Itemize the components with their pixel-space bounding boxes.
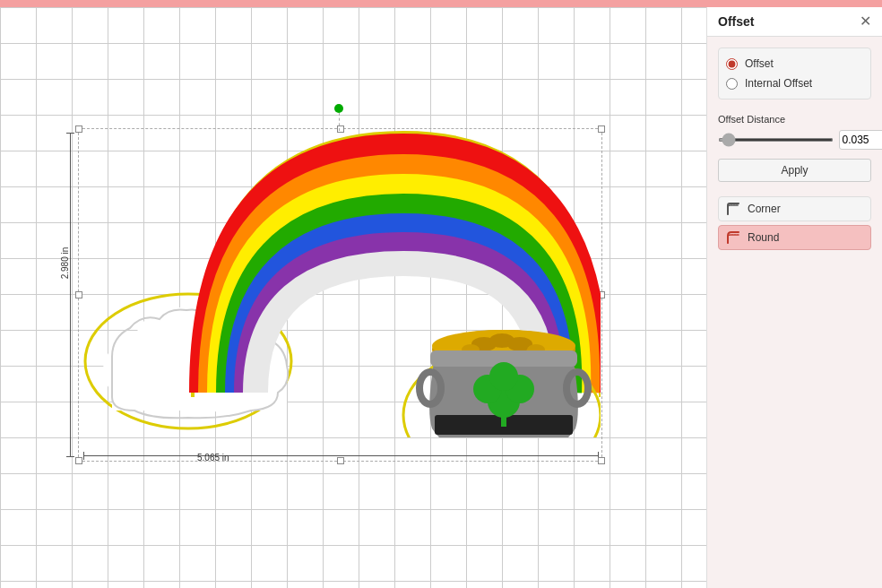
round-button[interactable]: Round: [718, 225, 871, 250]
close-button[interactable]: ✕: [860, 14, 871, 29]
corner-button-label: Corner: [748, 203, 781, 215]
distance-slider[interactable]: [718, 138, 834, 142]
right-panel: Offset ✕ Offset Internal Offset Offset D…: [706, 7, 882, 588]
offset-radio-label: Offset: [745, 57, 774, 70]
round-button-label: Round: [748, 231, 779, 244]
round-icon: [726, 230, 740, 245]
offset-radio[interactable]: [726, 58, 738, 70]
distance-row: 0.035 ▲ ▼ in: [718, 130, 871, 150]
main-area: 2.980 in 5.065 in: [0, 7, 882, 588]
apply-button[interactable]: Apply: [718, 159, 871, 182]
handle-bl[interactable]: [75, 457, 82, 464]
offset-radio-item: Offset: [726, 54, 863, 74]
panel-body: Offset Internal Offset Offset Distance 0…: [707, 37, 882, 588]
distance-section-label: Offset Distance: [718, 114, 871, 125]
internal-offset-radio[interactable]: [726, 78, 738, 90]
canvas-area: 2.980 in 5.065 in: [0, 7, 706, 588]
svg-rect-21: [501, 409, 506, 427]
distance-input[interactable]: 0.035: [839, 130, 882, 150]
handle-bm[interactable]: [337, 457, 344, 464]
corner-icon: [726, 202, 740, 216]
panel-title: Offset: [718, 14, 754, 29]
svg-point-20: [489, 362, 518, 391]
top-bar: [0, 0, 882, 7]
offset-type-group: Offset Internal Offset: [718, 48, 871, 99]
handle-br[interactable]: [598, 457, 605, 464]
internal-offset-radio-item: Internal Offset: [726, 74, 863, 93]
corner-button[interactable]: Corner: [718, 196, 871, 221]
internal-offset-radio-label: Internal Offset: [745, 77, 812, 90]
dim-arrow-bottom: [66, 456, 74, 457]
panel-header: Offset ✕: [707, 7, 882, 37]
illustration: [63, 97, 601, 437]
